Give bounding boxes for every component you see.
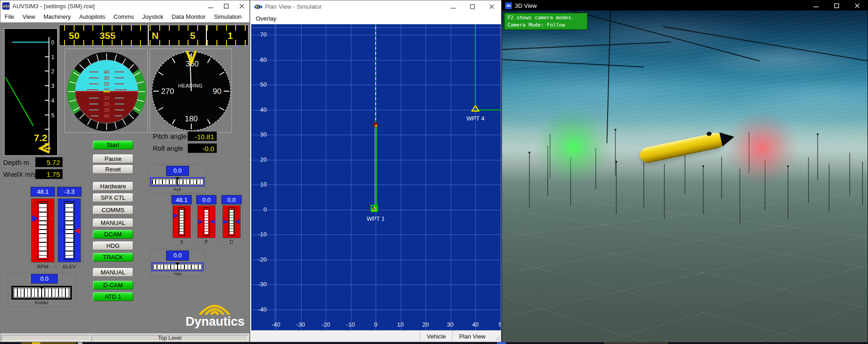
auvsim-menubar: File View Machinery Autopilots Comms Joy…	[0, 11, 249, 22]
start-button[interactable]: Start	[92, 140, 134, 150]
waypoint-4-marker[interactable]	[471, 105, 480, 112]
d-gauge-label: D	[221, 239, 242, 245]
x-gauge[interactable]	[173, 205, 191, 238]
heading-tape: 50 355 N 5 1	[59, 25, 248, 46]
y-axis-tick: 60	[253, 56, 267, 63]
svg-text:7.2: 7.2	[34, 132, 47, 143]
track-line-white	[375, 127, 375, 209]
menu-view[interactable]: View	[18, 13, 39, 20]
atd-1-button[interactable]: ATD 1	[92, 292, 134, 301]
d-gauge[interactable]	[222, 205, 241, 238]
menu-joystick[interactable]: Joystick	[138, 13, 167, 20]
manual-button-1[interactable]: MANUAL	[92, 218, 134, 228]
planview-titlebar: Plan View - Simulator	[250, 0, 501, 13]
underwater-3d-scene[interactable]: F2 shows camera modes. Camera Mode: Foll…	[502, 11, 868, 343]
waypoint-4-path-vertical	[475, 24, 476, 107]
x-axis-tick: -30	[291, 321, 310, 328]
roll-slider[interactable]	[150, 177, 205, 186]
depth-label: Depth m	[3, 158, 29, 166]
d-gauge-value: 0.0	[221, 195, 242, 204]
roll-slider-value: 0.0	[166, 166, 189, 176]
minimize-icon[interactable]	[806, 0, 826, 11]
hdg-button[interactable]: HDG	[92, 241, 134, 251]
svg-text:180: 180	[185, 115, 198, 123]
yaw-slider[interactable]	[151, 262, 204, 271]
manual-button-2[interactable]: MANUAL	[92, 268, 134, 277]
menu-file[interactable]: File	[0, 13, 18, 20]
planview-window: Plan View - Simulator Overlay 70 60 50 4…	[250, 0, 501, 342]
auvsim-app-icon: AS3	[2, 2, 10, 10]
menu-machinery[interactable]: Machinery	[39, 13, 75, 20]
close-icon[interactable]	[482, 0, 501, 13]
x-axis-tick: 20	[416, 321, 435, 328]
tape-lubber-line	[148, 25, 149, 45]
close-icon[interactable]	[234, 0, 249, 11]
y-axis-tick: 50	[253, 81, 267, 88]
x-axis-tick: 5	[491, 321, 501, 328]
attitude-indicator-graphic: 40 30 20 10 10 20 30 40	[65, 49, 147, 132]
status-vehicle[interactable]: Vehicle	[420, 331, 453, 342]
y-axis-tick: 0	[253, 206, 267, 213]
menu-data-monitor[interactable]: Data Monitor	[167, 13, 210, 20]
rudder-value: 0.0	[31, 274, 58, 284]
svg-text:40: 40	[104, 69, 109, 75]
waypoint-4-label: WPT 4	[462, 115, 489, 122]
hardware-button[interactable]: Hardware	[92, 181, 134, 191]
comms-button[interactable]: COMMS	[92, 205, 134, 215]
maximize-icon[interactable]	[826, 0, 847, 11]
plan-plot[interactable]: 70 60 50 40 30 20 10 0 -10 -20 -30 -40 -…	[250, 24, 501, 331]
waypoint-1-marker[interactable]	[371, 205, 378, 212]
planview-window-title: Plan View - Simulator	[265, 3, 322, 10]
close-icon[interactable]	[847, 0, 868, 11]
tape-label: 50	[60, 30, 88, 41]
tape-label: N	[141, 30, 169, 41]
y-axis-tick: 10	[253, 181, 267, 188]
minimize-icon[interactable]	[443, 0, 463, 13]
dcam-button[interactable]: DCAM	[92, 229, 134, 239]
spx-ctl-button[interactable]: SPX CTL	[92, 193, 134, 202]
menu-simulation[interactable]: Simulation	[210, 13, 246, 20]
roll-angle-value: -0.0	[188, 143, 217, 153]
auvsim-window: AS3 AUVSIM3 - [settings (SIM).rcw] File …	[0, 0, 250, 342]
auvsim-titlebar: AS3 AUVSIM3 - [settings (SIM).rcw]	[0, 0, 249, 11]
auvsim-client-area: 50 355 N 5 1 0 1 2 3 4	[0, 22, 249, 334]
nav-light-glows	[502, 11, 868, 343]
track-button[interactable]: TRACK	[92, 252, 134, 262]
taskbar-fragment	[604, 342, 668, 344]
rudder-slider[interactable]	[11, 286, 72, 300]
elev-gauge[interactable]	[58, 198, 81, 262]
maximize-icon[interactable]	[218, 0, 234, 11]
pause-button[interactable]: Pause	[92, 154, 134, 164]
y-axis-tick: -40	[253, 306, 267, 313]
svg-text:4: 4	[51, 98, 54, 104]
camera-overlay-line2: Camera Mode: Follow	[507, 22, 584, 29]
heading-dial: 360 270 90 180 HEADING	[150, 49, 232, 133]
d-cam-button[interactable]: D-CAM	[92, 280, 134, 290]
svg-text:2: 2	[51, 68, 54, 75]
attitude-indicator: 40 30 20 10 10 20 30 40	[65, 49, 148, 133]
rpm-gauge[interactable]	[31, 198, 54, 262]
yaw-slider-value: 0.0	[166, 251, 189, 261]
camera-mode-overlay: F2 shows camera modes. Camera Mode: Foll…	[504, 13, 588, 30]
y-axis-tick: -30	[253, 281, 267, 288]
menu-comms[interactable]: Comms	[109, 13, 138, 20]
rpm-value: 48.1	[31, 187, 55, 197]
menu-autopilots[interactable]: Autopilots	[75, 13, 109, 20]
vehicle-marker[interactable]	[373, 122, 378, 127]
rpm-gauge-label: RPM	[31, 264, 55, 269]
reset-button[interactable]: Reset	[92, 164, 134, 174]
x-axis-tick: 10	[391, 321, 410, 328]
pitch-angle-label: Pitch angle	[153, 132, 187, 140]
menu-help[interactable]: Help	[246, 13, 250, 20]
p-gauge[interactable]	[197, 205, 216, 238]
elev-gauge-label: ELEV	[57, 264, 81, 269]
view3d-window-title: 3D View	[515, 2, 537, 9]
planview-menubar: Overlay	[250, 13, 501, 24]
status-plan-view[interactable]: Plan View	[452, 331, 492, 342]
minimize-icon[interactable]	[203, 0, 218, 11]
menu-overlay[interactable]: Overlay	[250, 15, 280, 22]
maximize-icon[interactable]	[463, 0, 482, 13]
resize-grip[interactable]	[494, 335, 500, 341]
statusbar-top-level: Top Level	[92, 335, 248, 341]
wvelx-value: 1.75	[35, 169, 63, 179]
